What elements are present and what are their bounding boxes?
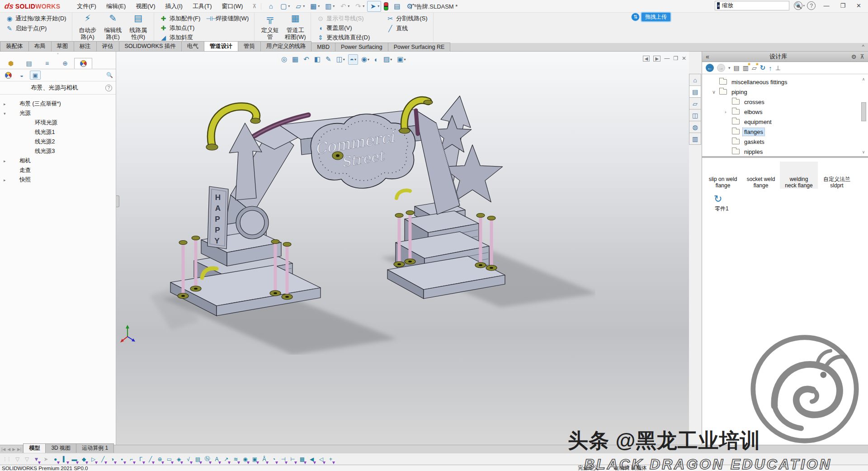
shortcut-button[interactable]: A [212,454,222,464]
pipe-drawing-button[interactable]: ▦管道工程图(W) [283,14,308,42]
menu-item[interactable]: 插入(I) [160,0,188,13]
shortcut-button[interactable]: ⌐ [127,454,136,464]
task-pane-tab[interactable]: ◍ [689,121,701,133]
library-toolbar-button[interactable]: ▾ [728,66,731,70]
window-control-button[interactable]: ▶ [653,56,660,62]
library-toolbar-button[interactable]: ↑ [769,64,772,72]
command-tab[interactable]: 电气 [181,41,204,51]
view-scene-lights-cameras-button[interactable]: ▣ [30,71,41,80]
restore-button[interactable]: ❐ [837,2,849,9]
shortcut-button[interactable]: ▬ [70,454,79,464]
view-toolbar-button[interactable]: ✎▾ [324,54,333,65]
view-toolbar-button[interactable]: ◐▾ [373,54,380,65]
command-tab[interactable]: 管筒 [238,41,261,51]
help-icon[interactable]: ? [807,1,816,10]
library-item[interactable]: welding neck flange [780,162,818,189]
edit-route-button[interactable]: ✎编辑线路(E) [100,14,126,42]
shortcut-button[interactable]: ▭ [165,454,174,464]
tab-scroll-controls[interactable]: |◀◀▶▶| [0,445,23,453]
shortcut-button[interactable]: Γ [136,454,146,464]
command-tab[interactable]: 标注 [74,41,97,51]
toolbar-button[interactable]: ▾ [382,1,390,12]
drag-upload-overlay[interactable]: ⇅ 拖拽上传 [631,12,671,22]
task-pane-tab[interactable]: ▤ [689,86,701,98]
tree-item[interactable]: ▸ 快照 [0,175,116,185]
library-toolbar-button[interactable]: ▥ [743,64,749,71]
expand-arrow-icon[interactable]: ▸ [4,159,9,163]
change-route-diameter-button[interactable]: ⇕更改线路直径(D) [314,33,373,42]
shortcut-button[interactable]: ▽ [22,454,32,464]
document-tab[interactable]: 3D 视图 [45,443,76,453]
shortcut-button[interactable]: ▷ [89,454,98,464]
command-tab[interactable]: SOLIDWORKS 插件 [119,41,182,51]
shortcut-button[interactable]: ╱ [146,454,155,464]
shortcut-button[interactable]: ▼ [32,454,41,464]
menu-item[interactable]: 工具(T) [188,0,217,13]
shortcut-button[interactable]: ⊢ [288,454,297,464]
tree-item[interactable]: ▾ 光源 [0,109,116,118]
shortcut-button[interactable]: ◉ [241,454,250,464]
shortcut-button[interactable]: ▩ [297,454,307,464]
show-guidelines-button[interactable]: ⊙显示引导线(S) [314,14,373,23]
view-toolbar-button[interactable]: ◎▾ [279,54,289,65]
collapse-panel-icon[interactable]: « [706,53,709,60]
view-toolbar-button[interactable]: ◉▾ [359,54,371,65]
task-pane-tab[interactable]: ◫ [689,109,701,121]
command-tab[interactable]: 用户定义的线路 [260,41,312,51]
shortcut-button[interactable]: ● [51,454,60,464]
library-item[interactable]: socket weld flange [742,162,780,189]
command-tab[interactable]: 评估 [96,41,119,51]
shortcut-button[interactable]: Ⓝ [203,454,212,464]
shortcut-button[interactable]: ◑ [108,454,117,464]
shortcut-button[interactable]: ╱ [98,454,108,464]
tab-dimxpertmanager[interactable]: ⊕ [56,58,74,69]
panel-resize-grip[interactable] [116,195,119,207]
expand-arrow-icon[interactable]: ▸ [4,102,9,106]
view-appearances-button[interactable] [3,71,14,80]
library-folder-row[interactable]: flanges [702,127,868,137]
toolbar-button[interactable]: ▥▾ [322,1,336,12]
window-control-button[interactable]: — [664,55,670,62]
shortcut-button[interactable]: ➤ [41,454,51,464]
panel-splitter-grip[interactable]: ⚬ [0,52,116,58]
split-route-button[interactable]: ✂分割线路(S) [383,14,430,24]
weld-gap-button[interactable]: ⊣⊢焊接缝隙(W) [203,14,251,24]
library-folder-row[interactable]: gaskets [702,137,868,147]
start-by-dragdrop-button[interactable]: ◉通过拖/放来开始(D) [3,14,69,24]
shortcut-button[interactable]: ≋ [231,454,241,464]
tree-item[interactable]: 线光源1 [0,128,116,137]
library-folder-row[interactable]: miscellaneous fittings [702,77,868,87]
library-toolbar-button[interactable]: ↻ [760,64,766,72]
view-toolbar-button[interactable]: ◫▾ [335,54,347,65]
menu-pin-icon[interactable]: ⊼ [248,3,261,10]
command-tab[interactable]: 管道设计 [204,41,238,51]
toolbar-button[interactable]: ⌂▾ [265,1,277,11]
library-toolbar-button[interactable]: ⊥ [775,64,781,71]
library-tree-scrollbar[interactable]: ∧ ∨ [861,77,867,154]
shortcut-button[interactable]: ↗ [222,454,231,464]
shortcut-button[interactable]: ◀ [307,454,316,464]
pin-icon[interactable]: ⊼ [860,53,864,60]
window-control-button[interactable]: ❐ [673,55,678,62]
tree-item[interactable]: 线光源2 [0,137,116,147]
tab-configurationmanager[interactable]: ≡ [38,58,56,69]
shortcut-button[interactable]: ▽ [13,454,22,464]
shortcut-button[interactable]: √ [184,454,193,464]
tree-item[interactable]: ▸ 相机 [0,156,116,166]
shortcut-button[interactable]: ▣ [250,454,259,464]
auto-route-button[interactable]: ⚡自动步路(A) [75,14,100,42]
shortcut-button[interactable]: Å [259,454,269,464]
task-pane-tab[interactable]: ▱ [689,97,701,109]
shortcut-button[interactable]: ▤ [193,454,203,464]
view-toolbar-button[interactable]: ▦▾ [290,54,300,65]
window-control-button[interactable]: ◀ [643,56,650,62]
search-caret-icon[interactable]: ▾ [803,4,805,8]
expand-arrow-icon[interactable]: ▸ [4,178,9,182]
help-icon[interactable]: ? [105,85,112,91]
scroll-down-icon[interactable]: ∨ [861,150,866,154]
library-folder-row[interactable]: › elbows [702,107,868,117]
menu-item[interactable]: 窗口(W) [217,0,248,13]
add-fitting-button[interactable]: ✚添加配件(F) [157,14,203,23]
library-toolbar-button[interactable]: ▤ [734,64,740,71]
start-at-point-button[interactable]: ✎启始于点(P) [3,24,69,33]
